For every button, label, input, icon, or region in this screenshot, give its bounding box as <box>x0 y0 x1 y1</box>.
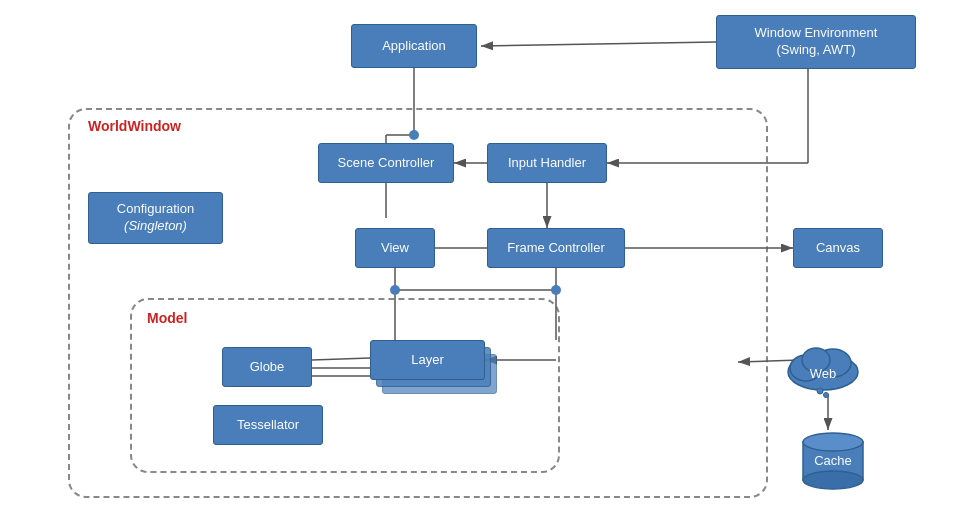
scene-controller-box: Scene Controller <box>318 143 454 183</box>
svg-line-2 <box>481 42 716 46</box>
globe-box: Globe <box>222 347 312 387</box>
svg-text:Web: Web <box>810 366 837 381</box>
tessellator-box: Tessellator <box>213 405 323 445</box>
svg-point-32 <box>803 433 863 451</box>
window-env-box: Window Environment(Swing, AWT) <box>716 15 916 69</box>
svg-text:Cache: Cache <box>814 453 852 468</box>
input-handler-box: Input Handler <box>487 143 607 183</box>
worldwindow-label: WorldWindow <box>88 118 181 134</box>
canvas-box: Canvas <box>793 228 883 268</box>
svg-point-33 <box>803 471 863 489</box>
model-label: Model <box>147 310 187 326</box>
svg-point-29 <box>817 388 823 394</box>
configuration-box: Configuration(Singleton) <box>88 192 223 244</box>
view-box: View <box>355 228 435 268</box>
svg-point-30 <box>824 393 829 398</box>
dot-view <box>390 285 400 295</box>
dot-application <box>409 130 419 140</box>
application-box: Application <box>351 24 477 68</box>
dot-frame <box>551 285 561 295</box>
cache-cylinder: Cache <box>797 430 869 493</box>
layer-box: Layer <box>370 340 485 380</box>
architecture-diagram: WorldWindow Model <box>0 0 976 522</box>
frame-controller-box: Frame Controller <box>487 228 625 268</box>
web-cloud: Web <box>778 330 868 403</box>
